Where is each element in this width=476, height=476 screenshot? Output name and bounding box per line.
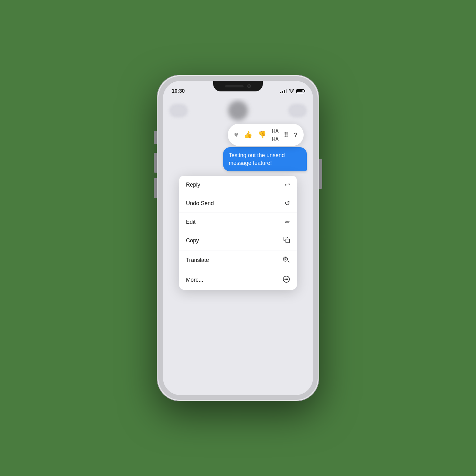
menu-item-more[interactable]: More... <box>179 270 297 290</box>
more-icon <box>283 275 290 284</box>
menu-item-reply[interactable]: Reply ↩ <box>179 176 297 194</box>
chat-area: ♥ 👍 👎 HAHA ‼ ? Testing out the unsend me… <box>163 98 313 395</box>
message-bubble: Testing out the unsend message feature! <box>223 147 307 171</box>
reply-icon: ↩ <box>285 181 290 188</box>
phone-screen: 10:30 <box>163 81 313 395</box>
contact-avatar <box>228 101 248 121</box>
menu-label-undo-send: Undo Send <box>186 200 214 207</box>
signal-icon <box>280 89 287 93</box>
react-heart[interactable]: ♥ <box>234 130 238 139</box>
menu-label-more: More... <box>186 277 203 283</box>
react-thumbsup[interactable]: 👍 <box>244 131 252 139</box>
notch <box>213 81 263 91</box>
context-menu: Reply ↩ Undo Send ↺ Edit ✏ Copy <box>179 176 297 290</box>
bg-blur-right <box>288 104 307 117</box>
bg-blur-left <box>169 104 188 117</box>
react-exclaim[interactable]: ‼ <box>284 131 288 139</box>
message-text: Testing out the unsend message feature! <box>229 152 285 166</box>
mute-button[interactable] <box>154 131 157 144</box>
svg-point-5 <box>287 279 288 280</box>
react-haha[interactable]: HAHA <box>272 127 278 143</box>
power-button[interactable] <box>319 159 322 189</box>
front-camera <box>247 84 251 88</box>
undo-send-icon: ↺ <box>284 199 290 207</box>
react-thumbsdown[interactable]: 👎 <box>258 131 266 139</box>
react-question[interactable]: ? <box>294 131 298 139</box>
menu-label-copy: Copy <box>186 237 199 244</box>
menu-item-undo-send[interactable]: Undo Send ↺ <box>179 194 297 213</box>
svg-point-3 <box>285 279 285 280</box>
svg-rect-0 <box>286 239 289 243</box>
wifi-icon <box>289 89 294 93</box>
menu-label-edit: Edit <box>186 219 196 225</box>
svg-point-4 <box>286 279 287 280</box>
edit-icon: ✏ <box>285 218 290 226</box>
menu-item-copy[interactable]: Copy <box>179 231 297 250</box>
message-area: ♥ 👍 👎 HAHA ‼ ? Testing out the unsend me… <box>163 124 313 171</box>
phone-frame-wrapper: 10:30 <box>157 75 319 401</box>
reaction-bar: ♥ 👍 👎 HAHA ‼ ? <box>228 124 304 146</box>
status-icons <box>280 89 304 93</box>
volume-up-button[interactable] <box>154 153 157 173</box>
menu-label-reply: Reply <box>186 182 200 188</box>
volume-down-button[interactable] <box>154 178 157 198</box>
copy-icon <box>283 236 290 245</box>
menu-item-edit[interactable]: Edit ✏ <box>179 213 297 231</box>
menu-item-translate[interactable]: Translate <box>179 250 297 270</box>
menu-label-translate: Translate <box>186 257 209 263</box>
speaker <box>225 85 244 87</box>
translate-icon <box>283 256 290 265</box>
phone-body: 10:30 <box>157 75 319 401</box>
battery-icon <box>296 89 304 93</box>
status-time: 10:30 <box>172 88 185 94</box>
